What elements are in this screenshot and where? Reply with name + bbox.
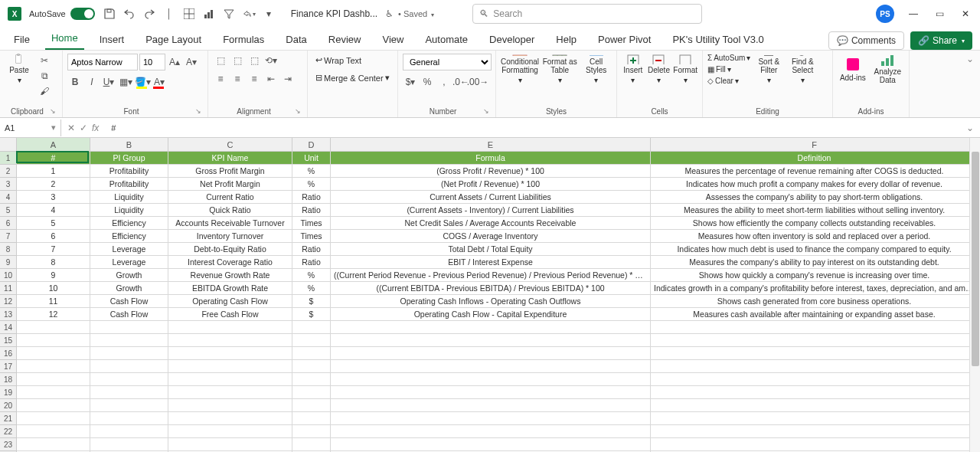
comma-icon[interactable]: , <box>436 75 452 89</box>
cell[interactable] <box>651 386 978 398</box>
align-left-icon[interactable]: ≡ <box>213 72 228 86</box>
col-header-C[interactable]: C <box>168 138 292 151</box>
cell[interactable]: Accounts Receivable Turnover <box>168 217 292 229</box>
cell[interactable] <box>331 425 651 437</box>
scroll-thumb[interactable] <box>972 152 979 366</box>
cell[interactable]: Times <box>292 230 331 242</box>
addins-button[interactable]: Add-ins <box>838 54 868 84</box>
tab-insert[interactable]: Insert <box>93 29 131 50</box>
row-header-2[interactable]: 2 <box>0 165 17 178</box>
cell[interactable]: (Current Assets - Inventory) / Current L… <box>331 204 651 216</box>
cell[interactable]: Measures the percentage of revenue remai… <box>651 165 978 177</box>
cell[interactable] <box>90 386 168 398</box>
tab-pk-s-utility-tool-v3-0[interactable]: PK's Utility Tool V3.0 <box>666 29 769 50</box>
indent-inc-icon[interactable]: ⇥ <box>280 72 296 86</box>
cell[interactable] <box>331 360 651 372</box>
cell[interactable]: Assesses the company's ability to pay sh… <box>651 191 978 203</box>
row-header-10[interactable]: 10 <box>0 269 17 282</box>
cell[interactable] <box>90 412 168 424</box>
cell[interactable]: EBIT / Interest Expense <box>331 256 651 268</box>
cell[interactable] <box>168 412 292 424</box>
font-size-select[interactable] <box>139 54 165 70</box>
cell[interactable]: Revenue Growth Rate <box>168 269 292 281</box>
row-header-19[interactable]: 19 <box>0 386 17 399</box>
cell[interactable] <box>168 334 292 346</box>
cell[interactable]: $ <box>292 295 331 307</box>
cell[interactable]: Interest Coverage Ratio <box>168 256 292 268</box>
bold-button[interactable]: B <box>67 75 83 89</box>
formula-input[interactable]: # <box>105 123 960 133</box>
fill-button[interactable]: ▦ Fill ▾ <box>707 65 750 74</box>
cell[interactable]: Efficiency <box>90 230 168 242</box>
align-bottom-icon[interactable]: ⬚ <box>247 54 262 67</box>
align-right-icon[interactable]: ≡ <box>247 72 262 86</box>
select-all-triangle[interactable] <box>0 138 17 151</box>
tab-automate[interactable]: Automate <box>419 29 474 50</box>
cell[interactable] <box>168 321 292 333</box>
col-header-F[interactable]: F <box>651 138 978 151</box>
cell[interactable] <box>90 399 168 411</box>
close-icon[interactable]: ✕ <box>959 7 972 21</box>
cell[interactable] <box>651 373 978 385</box>
cell[interactable] <box>651 360 978 372</box>
cell[interactable]: Free Cash Flow <box>168 308 292 320</box>
cell[interactable]: PI Group <box>90 152 168 164</box>
cell[interactable] <box>168 438 292 450</box>
cell[interactable]: # <box>17 152 90 164</box>
increase-font-icon[interactable]: A▴ <box>167 55 182 69</box>
save-icon[interactable] <box>103 7 116 21</box>
comments-button[interactable]: 💬 Comments <box>828 31 904 50</box>
row-header-6[interactable]: 6 <box>0 217 17 230</box>
cell[interactable]: ((Current Period Revenue - Previous Peri… <box>331 269 651 281</box>
row-header-23[interactable]: 23 <box>0 438 17 451</box>
cell[interactable] <box>168 373 292 385</box>
cell[interactable]: Operating Cash Flow - Capital Expenditur… <box>331 308 651 320</box>
qat-more[interactable]: ▾ <box>262 7 276 21</box>
cell[interactable]: Measures how often inventory is sold and… <box>651 230 978 242</box>
cell[interactable]: 9 <box>17 269 90 281</box>
cell[interactable]: Net Profit Margin <box>168 178 292 190</box>
cell[interactable] <box>17 412 90 424</box>
clipboard-launcher-icon[interactable]: ↘ <box>50 107 56 115</box>
chart-icon[interactable] <box>202 7 216 21</box>
find-select-button[interactable]: Find & Select▾ <box>787 54 818 84</box>
cell[interactable]: 4 <box>17 204 90 216</box>
format-as-table-button[interactable]: Format as Table▾ <box>542 54 577 84</box>
row-header-1[interactable]: 1 <box>0 152 17 165</box>
number-format-select[interactable]: General <box>403 54 492 70</box>
cell[interactable]: % <box>292 269 331 281</box>
cell[interactable] <box>17 347 90 359</box>
border-button[interactable]: ▦▾ <box>118 75 133 89</box>
tab-home[interactable]: Home <box>45 28 84 50</box>
row-header-3[interactable]: 3 <box>0 178 17 191</box>
underline-button[interactable]: U▾ <box>101 75 116 89</box>
row-header-17[interactable]: 17 <box>0 360 17 373</box>
minimize-icon[interactable]: ― <box>906 7 920 21</box>
cell[interactable] <box>90 334 168 346</box>
cell[interactable]: Leverage <box>90 243 168 255</box>
align-top-icon[interactable]: ⬚ <box>213 54 228 67</box>
fill-color-button[interactable]: 🪣▾ <box>135 75 150 89</box>
cancel-formula-icon[interactable]: ✕ <box>67 123 75 133</box>
cell[interactable]: (Gross Profit / Revenue) * 100 <box>331 165 651 177</box>
cell[interactable] <box>292 321 331 333</box>
cell[interactable]: Debt-to-Equity Ratio <box>168 243 292 255</box>
cell[interactable] <box>292 373 331 385</box>
font-name-select[interactable] <box>67 54 138 70</box>
cell[interactable] <box>90 347 168 359</box>
cell[interactable]: Quick Ratio <box>168 204 292 216</box>
cell[interactable] <box>17 438 90 450</box>
row-header-16[interactable]: 16 <box>0 347 17 360</box>
cell[interactable]: Leverage <box>90 256 168 268</box>
cell[interactable]: 10 <box>17 282 90 294</box>
autosave-toggle[interactable]: AutoSave <box>29 8 95 20</box>
cell[interactable]: Unit <box>292 152 331 164</box>
cell[interactable]: Ratio <box>292 243 331 255</box>
cell[interactable]: 11 <box>17 295 90 307</box>
cells-area[interactable]: #PI GroupKPI NameUnitFormulaDefinition1P… <box>17 152 980 452</box>
cell[interactable]: 3 <box>17 191 90 203</box>
filter-icon[interactable] <box>222 7 236 21</box>
cell[interactable]: Indicates how much profit a company make… <box>651 178 978 190</box>
cell[interactable]: % <box>292 178 331 190</box>
cell[interactable] <box>331 399 651 411</box>
